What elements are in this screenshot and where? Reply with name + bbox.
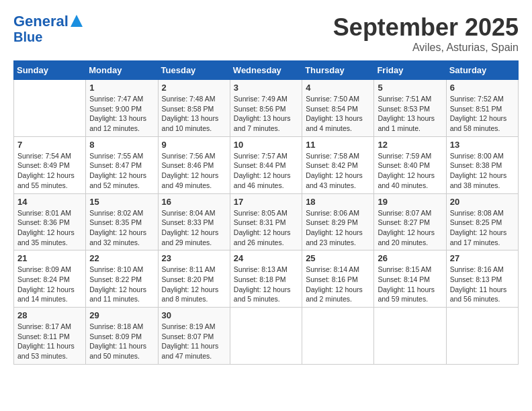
- cell-info: Sunrise: 7:55 AMSunset: 8:47 PMDaylight:…: [89, 151, 154, 191]
- day-number: 28: [17, 310, 82, 320]
- month-title: September 2025: [333, 13, 519, 42]
- page-header: General Blue September 2025 Aviles, Astu…: [13, 13, 519, 54]
- day-number: 5: [378, 83, 442, 93]
- calendar-cell: 11Sunrise: 7:58 AMSunset: 8:42 PMDayligh…: [302, 136, 374, 193]
- day-number: 2: [162, 83, 226, 93]
- day-header-thursday: Thursday: [302, 61, 374, 80]
- cell-info: Sunrise: 8:04 AMSunset: 8:33 PMDaylight:…: [162, 208, 226, 248]
- day-header-friday: Friday: [374, 61, 446, 80]
- calendar-table: SundayMondayTuesdayWednesdayThursdayFrid…: [13, 60, 519, 365]
- calendar-cell: 7Sunrise: 7:54 AMSunset: 8:49 PMDaylight…: [14, 136, 86, 193]
- day-number: 13: [450, 140, 515, 150]
- calendar-cell: 19Sunrise: 8:07 AMSunset: 8:27 PMDayligh…: [374, 193, 446, 250]
- day-number: 18: [306, 197, 370, 207]
- day-number: 7: [17, 140, 82, 150]
- calendar-cell: 27Sunrise: 8:16 AMSunset: 8:13 PMDayligh…: [446, 250, 518, 308]
- calendar-week-row: 7Sunrise: 7:54 AMSunset: 8:49 PMDaylight…: [14, 136, 519, 193]
- cell-info: Sunrise: 7:48 AMSunset: 8:58 PMDaylight:…: [162, 94, 226, 134]
- cell-info: Sunrise: 8:19 AMSunset: 8:07 PMDaylight:…: [162, 322, 226, 361]
- cell-info: Sunrise: 7:56 AMSunset: 8:46 PMDaylight:…: [162, 151, 226, 191]
- calendar-cell: 23Sunrise: 8:11 AMSunset: 8:20 PMDayligh…: [158, 250, 230, 308]
- cell-info: Sunrise: 8:10 AMSunset: 8:22 PMDaylight:…: [89, 265, 154, 304]
- day-number: 4: [306, 83, 370, 93]
- calendar-cell: [374, 308, 446, 365]
- day-number: 29: [89, 310, 154, 320]
- location: Aviles, Asturias, Spain: [333, 42, 519, 54]
- calendar-week-row: 21Sunrise: 8:09 AMSunset: 8:24 PMDayligh…: [14, 250, 519, 308]
- cell-info: Sunrise: 8:07 AMSunset: 8:27 PMDaylight:…: [378, 208, 442, 248]
- logo-text: General: [13, 13, 69, 30]
- calendar-cell: 28Sunrise: 8:17 AMSunset: 8:11 PMDayligh…: [14, 308, 86, 365]
- cell-info: Sunrise: 7:47 AMSunset: 9:00 PMDaylight:…: [89, 94, 154, 134]
- day-number: 23: [162, 253, 226, 263]
- calendar-cell: 18Sunrise: 8:06 AMSunset: 8:29 PMDayligh…: [302, 193, 374, 250]
- cell-info: Sunrise: 7:51 AMSunset: 8:53 PMDaylight:…: [378, 94, 442, 134]
- calendar-week-row: 1Sunrise: 7:47 AMSunset: 9:00 PMDaylight…: [14, 80, 519, 137]
- title-section: September 2025 Aviles, Asturias, Spain: [333, 13, 519, 54]
- day-header-saturday: Saturday: [446, 61, 518, 80]
- day-header-sunday: Sunday: [14, 61, 86, 80]
- day-number: 19: [378, 197, 442, 207]
- cell-info: Sunrise: 8:11 AMSunset: 8:20 PMDaylight:…: [162, 265, 226, 304]
- day-number: 9: [162, 140, 226, 150]
- calendar-cell: [446, 308, 518, 365]
- calendar-cell: 29Sunrise: 8:18 AMSunset: 8:09 PMDayligh…: [86, 308, 158, 365]
- cell-info: Sunrise: 8:14 AMSunset: 8:16 PMDaylight:…: [306, 265, 370, 304]
- day-number: 8: [89, 140, 154, 150]
- logo-icon: [71, 15, 83, 27]
- calendar-cell: 9Sunrise: 7:56 AMSunset: 8:46 PMDaylight…: [158, 136, 230, 193]
- cell-info: Sunrise: 8:02 AMSunset: 8:35 PMDaylight:…: [89, 208, 154, 248]
- calendar-header-row: SundayMondayTuesdayWednesdayThursdayFrid…: [14, 61, 519, 80]
- day-number: 3: [234, 83, 298, 93]
- logo-line2: Blue: [13, 30, 83, 44]
- calendar-cell: 1Sunrise: 7:47 AMSunset: 9:00 PMDaylight…: [86, 80, 158, 137]
- day-number: 15: [89, 197, 154, 207]
- calendar-cell: 6Sunrise: 7:52 AMSunset: 8:51 PMDaylight…: [446, 80, 518, 137]
- day-number: 10: [234, 140, 298, 150]
- svg-marker-0: [71, 15, 83, 27]
- calendar-cell: 8Sunrise: 7:55 AMSunset: 8:47 PMDaylight…: [86, 136, 158, 193]
- day-number: 6: [450, 83, 515, 93]
- cell-info: Sunrise: 7:57 AMSunset: 8:44 PMDaylight:…: [234, 151, 298, 191]
- cell-info: Sunrise: 7:52 AMSunset: 8:51 PMDaylight:…: [450, 94, 515, 134]
- day-number: 1: [89, 83, 154, 93]
- cell-info: Sunrise: 8:16 AMSunset: 8:13 PMDaylight:…: [450, 265, 515, 304]
- calendar-cell: 2Sunrise: 7:48 AMSunset: 8:58 PMDaylight…: [158, 80, 230, 137]
- cell-info: Sunrise: 7:50 AMSunset: 8:54 PMDaylight:…: [306, 94, 370, 134]
- day-number: 14: [17, 197, 82, 207]
- calendar-cell: 3Sunrise: 7:49 AMSunset: 8:56 PMDaylight…: [230, 80, 302, 137]
- day-number: 30: [162, 310, 226, 320]
- day-header-tuesday: Tuesday: [158, 61, 230, 80]
- calendar-cell: [302, 308, 374, 365]
- cell-info: Sunrise: 8:09 AMSunset: 8:24 PMDaylight:…: [17, 265, 82, 304]
- cell-info: Sunrise: 8:00 AMSunset: 8:38 PMDaylight:…: [450, 151, 515, 191]
- calendar-cell: [230, 308, 302, 365]
- day-number: 16: [162, 197, 226, 207]
- calendar-cell: 22Sunrise: 8:10 AMSunset: 8:22 PMDayligh…: [86, 250, 158, 308]
- cell-info: Sunrise: 8:17 AMSunset: 8:11 PMDaylight:…: [17, 322, 82, 361]
- calendar-cell: 30Sunrise: 8:19 AMSunset: 8:07 PMDayligh…: [158, 308, 230, 365]
- cell-info: Sunrise: 7:59 AMSunset: 8:40 PMDaylight:…: [378, 151, 442, 191]
- cell-info: Sunrise: 7:58 AMSunset: 8:42 PMDaylight:…: [306, 151, 370, 191]
- calendar-week-row: 14Sunrise: 8:01 AMSunset: 8:36 PMDayligh…: [14, 193, 519, 250]
- calendar-cell: 25Sunrise: 8:14 AMSunset: 8:16 PMDayligh…: [302, 250, 374, 308]
- cell-info: Sunrise: 8:18 AMSunset: 8:09 PMDaylight:…: [89, 322, 154, 361]
- logo: General Blue: [13, 13, 83, 44]
- calendar-cell: 5Sunrise: 7:51 AMSunset: 8:53 PMDaylight…: [374, 80, 446, 137]
- day-number: 21: [17, 253, 82, 263]
- day-number: 12: [378, 140, 442, 150]
- day-number: 17: [234, 197, 298, 207]
- day-number: 25: [306, 253, 370, 263]
- day-number: 26: [378, 253, 442, 263]
- cell-info: Sunrise: 8:13 AMSunset: 8:18 PMDaylight:…: [234, 265, 298, 304]
- calendar-cell: 20Sunrise: 8:08 AMSunset: 8:25 PMDayligh…: [446, 193, 518, 250]
- cell-info: Sunrise: 7:54 AMSunset: 8:49 PMDaylight:…: [17, 151, 82, 191]
- calendar-cell: 21Sunrise: 8:09 AMSunset: 8:24 PMDayligh…: [14, 250, 86, 308]
- cell-info: Sunrise: 8:15 AMSunset: 8:14 PMDaylight:…: [378, 265, 442, 304]
- calendar-cell: 12Sunrise: 7:59 AMSunset: 8:40 PMDayligh…: [374, 136, 446, 193]
- cell-info: Sunrise: 8:06 AMSunset: 8:29 PMDaylight:…: [306, 208, 370, 248]
- calendar-cell: 15Sunrise: 8:02 AMSunset: 8:35 PMDayligh…: [86, 193, 158, 250]
- calendar-week-row: 28Sunrise: 8:17 AMSunset: 8:11 PMDayligh…: [14, 308, 519, 365]
- day-header-wednesday: Wednesday: [230, 61, 302, 80]
- day-number: 27: [450, 253, 515, 263]
